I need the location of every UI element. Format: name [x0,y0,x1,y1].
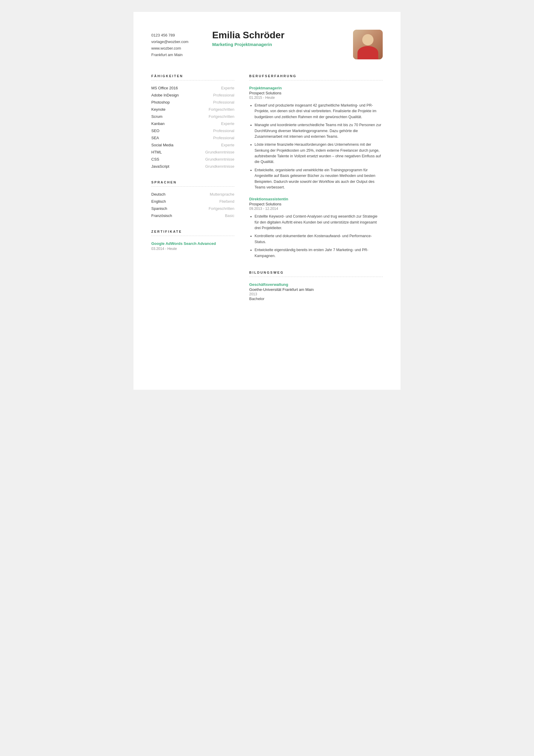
skill-level: Fortgeschritten [209,114,234,119]
job-bullet: Entwickelte, organisierte und verwirklic… [255,167,383,191]
job-title: Projektmanagerin [249,86,383,90]
languages-list: DeutschMutterspracheEnglischFließendSpan… [151,192,234,218]
right-column: BERUFSERFAHRUNG Projektmanagerin Prospec… [249,74,383,313]
phone: 0123 456 789 [151,32,189,39]
job-bullet: Managte und koordinierte unterschiedlich… [255,122,383,140]
education-degree-name: Geschäftsverwaltung [249,282,383,287]
certificates-section-title: ZERTIFIKATE [151,230,234,233]
skill-row: JavaScriptGrundkenntnisse [151,164,234,169]
job-bullet: Erstellte Keyword- und Content-Analysen … [255,214,383,231]
skill-row: CSSGrundkenntnisse [151,157,234,161]
skill-row: ScrumFortgeschritten [151,114,234,119]
job-bullets-list: Erstellte Keyword- und Content-Analysen … [249,214,383,259]
skill-level: Grundkenntnisse [205,157,234,161]
language-level: Muttersprache [210,192,234,197]
skills-section: FÄHIGKEITEN MS Office 2016ExperteAdobe I… [151,74,234,169]
skill-name: JavaScript [151,164,169,169]
jobs-list: Projektmanagerin Prospect Solutions 01.2… [249,86,383,259]
candidate-photo [353,30,383,59]
email: vorlage@wozber.com [151,39,189,45]
language-row: SpanischFortgeschritten [151,206,234,211]
skill-level: Grundkenntnisse [205,164,234,169]
skill-row: PhotoshopProfessional [151,100,234,104]
skill-level: Professional [213,100,234,104]
skill-level: Professional [213,93,234,97]
language-row: DeutschMuttersprache [151,192,234,197]
left-column: FÄHIGKEITEN MS Office 2016ExperteAdobe I… [151,74,234,313]
languages-section-title: SPRACHEN [151,180,234,184]
job-bullet: Kontrollierte und dokumentierte den Kost… [255,233,383,245]
skill-name: HTML [151,150,162,154]
language-row: EnglischFließend [151,199,234,203]
skill-name: SEA [151,136,159,140]
city: Frankfurt am Main [151,52,189,58]
education-year: 2013 [249,292,383,296]
languages-divider [151,186,234,187]
education-institution: Goethe-Universität Frankfurt am Main [249,287,383,292]
skill-row: KanbanExperte [151,122,234,126]
language-name: Deutsch [151,192,165,197]
certificate-name: Google AdWords Search Advanced [151,241,234,246]
skill-name: Scrum [151,114,163,119]
language-name: Englisch [151,199,166,203]
skill-name: Keynote [151,107,165,112]
job-item: Direktionsassistentin Prospect Solutions… [249,197,383,259]
header-section: 0123 456 789 vorlage@wozber.com www.wozb… [151,30,383,59]
contact-info: 0123 456 789 vorlage@wozber.com www.wozb… [151,30,189,58]
website: www.wozber.com [151,45,189,52]
skill-row: Social MediaExperte [151,143,234,147]
education-divider [249,277,383,277]
job-bullet: Entwickelte eigenständig bereits im erst… [255,247,383,259]
skill-level: Experte [221,143,234,147]
skill-row: KeynoteFortgeschritten [151,107,234,112]
certificates-divider [151,236,234,236]
photo-placeholder [353,30,383,59]
skill-name: Adobe InDesign [151,93,179,97]
skill-name: Kanban [151,122,165,126]
job-bullets-list: Entwarf und produzierte insgesamt 42 gan… [249,103,383,190]
skill-level: Grundkenntnisse [205,150,234,154]
resume-document: 0123 456 789 vorlage@wozber.com www.wozb… [134,12,400,390]
skill-name: SEO [151,128,159,133]
skill-row: MS Office 2016Experte [151,86,234,90]
skill-row: HTMLGrundkenntnisse [151,150,234,154]
skill-level: Fortgeschritten [209,107,234,112]
education-section: BILDUNGSWEG Geschäftsverwaltung Goethe-U… [249,271,383,301]
certificate-date: 03.2014 - Heute [151,247,234,251]
certificates-section: ZERTIFIKATE Google AdWords Search Advanc… [151,230,234,251]
job-title: Direktionsassistentin [249,197,383,201]
education-list: Geschäftsverwaltung Goethe-Universität F… [249,282,383,301]
header-name-title: Emilia Schröder Marketing Projektmanager… [189,30,353,47]
language-level: Fortgeschritten [209,206,234,211]
skill-level: Professional [213,128,234,133]
language-level: Basic [225,213,234,218]
education-section-title: BILDUNGSWEG [249,271,383,274]
languages-section: SPRACHEN DeutschMutterspracheEnglischFli… [151,180,234,218]
skill-row: SEAProfessional [151,136,234,140]
candidate-title: Marketing Projektmanagerin [212,42,353,47]
job-item: Projektmanagerin Prospect Solutions 01.2… [249,86,383,190]
skills-section-title: FÄHIGKEITEN [151,74,234,78]
skill-name: MS Office 2016 [151,86,178,90]
skill-name: Photoshop [151,100,170,104]
skills-list: MS Office 2016ExperteAdobe InDesignProfe… [151,86,234,169]
candidate-name: Emilia Schröder [212,30,353,40]
education-degree: Bachelor [249,297,383,301]
skill-row: Adobe InDesignProfessional [151,93,234,97]
experience-section: BERUFSERFAHRUNG Projektmanagerin Prospec… [249,74,383,259]
job-bullet: Entwarf und produzierte insgesamt 42 gan… [255,103,383,120]
job-bullet: Löste interne finanzielle Herausforderun… [255,142,383,165]
certificate-item: Google AdWords Search Advanced03.2014 - … [151,241,234,251]
main-content: FÄHIGKEITEN MS Office 2016ExperteAdobe I… [151,74,383,313]
skills-divider [151,80,234,80]
language-row: FranzösischBasic [151,213,234,218]
language-name: Spanisch [151,206,167,211]
experience-divider [249,80,383,80]
job-company: Prospect Solutions [249,202,383,206]
job-company: Prospect Solutions [249,91,383,95]
skill-level: Experte [221,122,234,126]
job-dates: 09.2013 - 12.2014 [249,206,383,211]
education-item: Geschäftsverwaltung Goethe-Universität F… [249,282,383,301]
skill-row: SEOProfessional [151,128,234,133]
language-name: Französisch [151,213,172,218]
